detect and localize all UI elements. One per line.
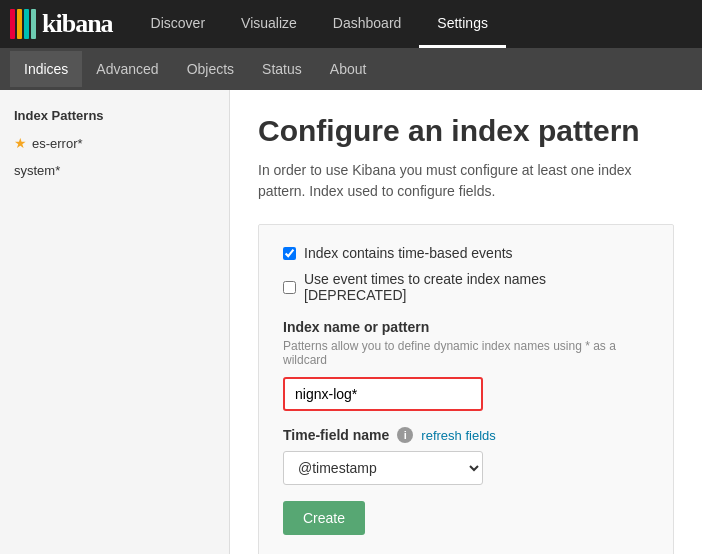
- create-button[interactable]: Create: [283, 501, 365, 535]
- logo-bar-2: [17, 9, 22, 39]
- nav-visualize[interactable]: Visualize: [223, 1, 315, 48]
- sidebar-item-label: es-error*: [32, 136, 83, 151]
- info-icon[interactable]: i: [397, 427, 413, 443]
- main-content: Configure an index pattern In order to u…: [230, 90, 702, 554]
- sidebar: Index Patterns ★ es-error* system*: [0, 90, 230, 554]
- subnav-about[interactable]: About: [316, 51, 381, 87]
- time-based-label: Index contains time-based events: [304, 245, 513, 261]
- checkbox-row-2: Use event times to create index names [D…: [283, 271, 649, 303]
- sidebar-item-es-error[interactable]: ★ es-error*: [0, 129, 229, 157]
- subnav-status[interactable]: Status: [248, 51, 316, 87]
- index-pattern-hint: Patterns allow you to define dynamic ind…: [283, 339, 649, 367]
- nav-settings[interactable]: Settings: [419, 1, 506, 48]
- star-icon: ★: [14, 135, 27, 151]
- nav-discover[interactable]: Discover: [133, 1, 223, 48]
- layout: Index Patterns ★ es-error* system* Confi…: [0, 90, 702, 554]
- sidebar-item-system[interactable]: system*: [0, 157, 229, 184]
- page-title: Configure an index pattern: [258, 114, 674, 148]
- subnav-objects[interactable]: Objects: [173, 51, 248, 87]
- index-pattern-input[interactable]: [283, 377, 483, 411]
- logo-text: kibana: [42, 9, 113, 39]
- time-field-row: Time-field name i refresh fields: [283, 427, 649, 443]
- event-times-checkbox[interactable]: [283, 281, 296, 294]
- sidebar-item-label: system*: [14, 163, 60, 178]
- refresh-fields-link[interactable]: refresh fields: [421, 428, 495, 443]
- logo-bar-3: [24, 9, 29, 39]
- top-nav-links: Discover Visualize Dashboard Settings: [133, 1, 506, 48]
- event-times-label: Use event times to create index names [D…: [304, 271, 649, 303]
- top-nav: kibana Discover Visualize Dashboard Sett…: [0, 0, 702, 48]
- sub-nav: Indices Advanced Objects Status About: [0, 48, 702, 90]
- logo-bar-1: [10, 9, 15, 39]
- subnav-indices[interactable]: Indices: [10, 51, 82, 87]
- sidebar-title: Index Patterns: [0, 100, 229, 129]
- form-card: Index contains time-based events Use eve…: [258, 224, 674, 554]
- subnav-advanced[interactable]: Advanced: [82, 51, 172, 87]
- timestamp-select[interactable]: @timestamp: [283, 451, 483, 485]
- logo-bars: [10, 9, 36, 39]
- page-description: In order to use Kibana you must configur…: [258, 160, 674, 202]
- logo: kibana: [10, 9, 113, 39]
- time-based-checkbox[interactable]: [283, 247, 296, 260]
- time-field-label: Time-field name: [283, 427, 389, 443]
- index-pattern-label: Index name or pattern: [283, 319, 649, 335]
- checkbox-row-1: Index contains time-based events: [283, 245, 649, 261]
- nav-dashboard[interactable]: Dashboard: [315, 1, 420, 48]
- logo-bar-4: [31, 9, 36, 39]
